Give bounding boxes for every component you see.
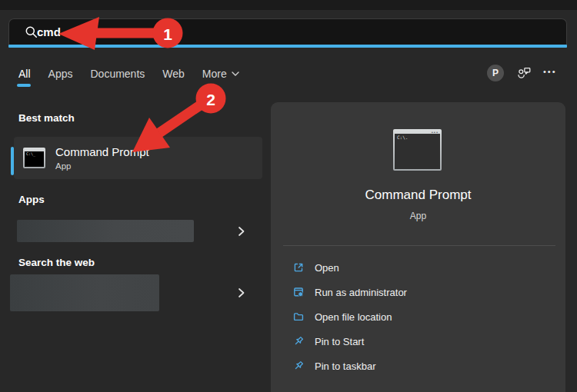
tab-documents[interactable]: Documents	[90, 68, 145, 80]
apps-section-header: Apps	[18, 194, 45, 205]
preview-title: Command Prompt	[271, 188, 565, 203]
apps-result-redacted[interactable]	[17, 220, 194, 242]
chevron-right-icon[interactable]	[235, 225, 248, 238]
annotation-step-2: 2	[206, 91, 215, 108]
pin-icon	[292, 360, 305, 372]
tab-apps[interactable]: Apps	[48, 68, 73, 80]
action-label: Pin to Start	[315, 336, 364, 347]
preview-subtitle: App	[271, 211, 565, 221]
action-pin-to-start[interactable]: Pin to Start	[292, 329, 364, 354]
open-icon	[292, 261, 305, 274]
feedback-icon[interactable]	[517, 65, 532, 81]
user-avatar[interactable]: P	[487, 65, 504, 81]
search-filter-tabs: All Apps Documents Web More	[18, 68, 239, 80]
tab-more-label: More	[202, 68, 227, 80]
action-label: Run as administrator	[315, 287, 407, 298]
command-prompt-icon: C:\_	[23, 148, 45, 168]
command-prompt-icon-large: ••• C:\.	[393, 129, 442, 171]
result-subtitle: App	[55, 161, 71, 171]
chevron-down-icon	[232, 71, 239, 77]
action-pin-to-taskbar[interactable]: Pin to taskbar	[292, 354, 376, 378]
action-run-as-administrator[interactable]: Run as administrator	[292, 280, 407, 304]
divider	[283, 245, 555, 246]
action-open[interactable]: Open	[292, 255, 339, 280]
web-section-header: Search the web	[18, 257, 95, 268]
window-top-edge	[0, 0, 577, 10]
action-open-file-location[interactable]: Open file location	[292, 304, 392, 329]
search-icon	[25, 25, 38, 39]
tab-all[interactable]: All	[18, 68, 31, 80]
result-title: Command Prompt	[55, 145, 149, 158]
folder-icon	[292, 311, 305, 323]
active-tab-indicator	[17, 84, 31, 87]
tab-web[interactable]: Web	[162, 68, 185, 80]
best-match-header: Best match	[18, 112, 75, 124]
pin-icon	[292, 335, 305, 347]
tab-more[interactable]: More	[202, 68, 239, 80]
action-label: Pin to taskbar	[315, 360, 376, 372]
action-label: Open	[315, 262, 339, 274]
action-label: Open file location	[315, 311, 392, 323]
search-accent-underline	[8, 45, 567, 48]
best-match-result-command-prompt[interactable]: C:\_ Command Prompt App	[14, 137, 262, 179]
search-input[interactable]	[35, 25, 566, 39]
admin-shield-icon	[292, 286, 305, 298]
chevron-right-icon[interactable]	[235, 287, 248, 299]
search-bar[interactable]	[8, 18, 567, 45]
more-options-icon[interactable]: •••	[543, 67, 557, 76]
preview-panel: ••• C:\. Command Prompt App Open Run as …	[271, 102, 565, 392]
web-result-redacted[interactable]	[10, 274, 159, 311]
